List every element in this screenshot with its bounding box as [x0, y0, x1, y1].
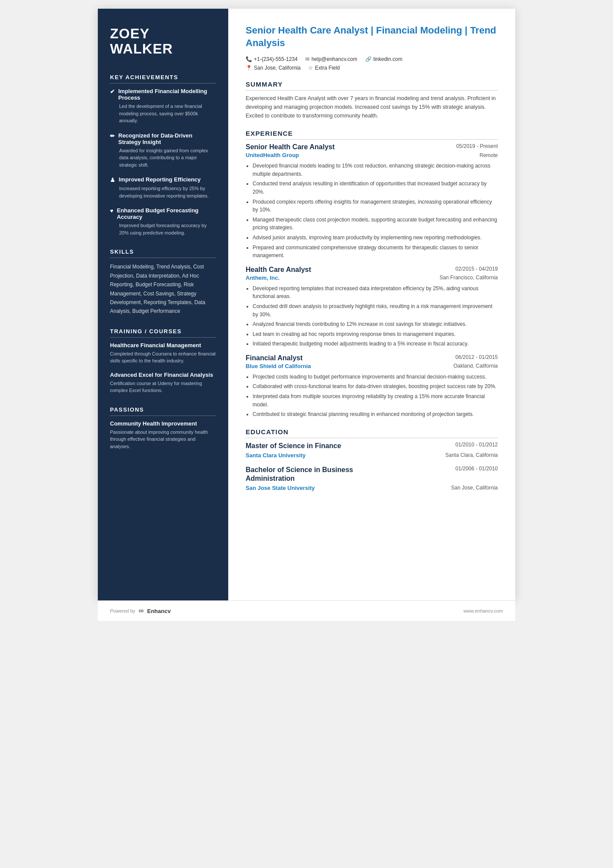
training-item: Healthcare Financial Management Complete…: [110, 342, 216, 365]
footer-website: www.enhancv.com: [463, 608, 503, 613]
passions-section-title: PASSIONS: [110, 406, 216, 416]
job-dates-1: 05/2019 - Present: [456, 143, 498, 149]
sidebar: ZOEY WALKER KEY ACHIEVEMENTS ✔ Implement…: [98, 9, 228, 600]
edu-degree-1: Master of Science in Finance: [246, 442, 341, 451]
bullet: Led team in creating ad hoc reports impr…: [253, 330, 498, 338]
bullet: Collaborated with cross-functional teams…: [253, 382, 498, 391]
training-desc-2: Certification course at Udemy for master…: [110, 380, 216, 394]
footer-powered-by: Powered by ∞ Enhancv: [110, 607, 171, 615]
achievement-title-3: Improved Reporting Efficiency: [119, 176, 201, 183]
edu-school-1: Santa Clara University: [246, 452, 306, 459]
contact-linkedin: 🔗 linkedin.com: [365, 56, 403, 62]
job-dates-2: 02/2015 - 04/2019: [456, 266, 498, 272]
location-icon: 📍: [246, 65, 252, 71]
footer-brand: Enhancv: [147, 608, 171, 614]
training-section-title: TRAINING / COURSES: [110, 328, 216, 338]
job-company-1: UnitedHealth Group: [246, 152, 299, 158]
edu-dates-2: 01/2006 - 01/2010: [456, 466, 498, 472]
job-location-3: Oakland, California: [453, 363, 498, 369]
edu-school-2: San Jose State University: [246, 485, 315, 491]
contact-row: 📞 +1-(234)-555-1234 ✉ help@enhancv.com 🔗…: [246, 56, 498, 62]
achievement-desc-3: Increased reporting efficiency by 25% by…: [110, 185, 216, 199]
education-section-title: EDUCATION: [246, 428, 498, 438]
bullet: Produced complex reports offering insigh…: [253, 198, 498, 214]
job-title-3: Financial Analyst: [246, 354, 303, 362]
edu-location-1: Santa Clara, California: [445, 452, 498, 458]
skills-section-title: SKILLS: [110, 248, 216, 258]
achievement-title-2: Recognized for Data-Driven Strategy Insi…: [118, 132, 216, 145]
training-title-1: Healthcare Financial Management: [110, 342, 216, 349]
person-icon: ♟: [110, 177, 115, 183]
passions-list: Community Health Improvement Passionate …: [110, 420, 216, 450]
training-title-2: Advanced Excel for Financial Analysis: [110, 372, 216, 378]
heart-icon: ♥: [110, 208, 113, 214]
job-company-2: Anthem, Inc.: [246, 275, 280, 281]
job-bullets-1: Developed financial models leading to 15…: [246, 162, 498, 260]
candidate-name: ZOEY WALKER: [110, 26, 216, 57]
job-location-1: Remote: [480, 152, 498, 158]
passion-item: Community Health Improvement Passionate …: [110, 420, 216, 450]
edu-location-2: San Jose, California: [451, 485, 498, 491]
achievement-item: ♟ Improved Reporting Efficiency Increase…: [110, 176, 216, 199]
linkedin-icon: 🔗: [365, 56, 372, 62]
edu-item-2: Bachelor of Science in Business Administ…: [246, 466, 498, 492]
achievement-title-1: Implemented Financial Modelling Process: [118, 88, 216, 101]
job-entry-2: Health Care Analyst 02/2015 - 04/2019 An…: [246, 266, 498, 348]
star-icon: ☆: [308, 65, 313, 71]
bullet: Advised junior analysts, improving team …: [253, 234, 498, 242]
contact-location: 📍 San Jose, California: [246, 65, 300, 71]
contact-row-2: 📍 San Jose, California ☆ Extra Field: [246, 65, 498, 71]
bullet: Prepared and communicated comprehensive …: [253, 244, 498, 260]
contact-email: ✉ help@enhancv.com: [305, 56, 357, 62]
bullet: Conducted trend analysis resulting in id…: [253, 180, 498, 196]
job-headline: Senior Health Care Analyst | Financial M…: [246, 24, 498, 49]
bullet: Conducted drill down analysis to proacti…: [253, 302, 498, 318]
job-bullets-2: Developed reporting templates that incre…: [246, 285, 498, 348]
training-item: Advanced Excel for Financial Analysis Ce…: [110, 372, 216, 394]
contact-phone: 📞 +1-(234)-555-1234: [246, 56, 297, 62]
bullet: Analyzed financial trends contributing t…: [253, 320, 498, 328]
experience-section-title: EXPERIENCE: [246, 130, 498, 140]
skills-text: Financial Modeling, Trend Analysis, Cost…: [110, 262, 216, 315]
achievement-title-4: Enhanced Budget Forecasting Accuracy: [117, 207, 216, 220]
job-company-3: Blue Shield of California: [246, 363, 311, 369]
achievement-desc-2: Awarded for insights gained from complex…: [110, 147, 216, 169]
achievement-desc-1: Led the development of a new financial m…: [110, 103, 216, 124]
check-icon: ✔: [110, 88, 115, 95]
edu-degree-2: Bachelor of Science in Business Administ…: [246, 466, 397, 484]
edu-dates-1: 01/2010 - 01/2012: [456, 442, 498, 448]
achievement-item: ✏ Recognized for Data-Driven Strategy In…: [110, 132, 216, 169]
main-content: Senior Health Care Analyst | Financial M…: [228, 9, 515, 600]
email-icon: ✉: [305, 56, 310, 62]
achievements-section-title: KEY ACHIEVEMENTS: [110, 74, 216, 84]
summary-text: Experienced Health Care Analyst with ove…: [246, 94, 498, 120]
job-entry-3: Financial Analyst 06/2012 - 01/2015 Blue…: [246, 354, 498, 419]
job-entry-1: Senior Health Care Analyst 05/2019 - Pre…: [246, 143, 498, 260]
bullet: Developed reporting templates that incre…: [253, 285, 498, 301]
summary-section-title: SUMMARY: [246, 80, 498, 90]
contact-extra: ☆ Extra Field: [308, 65, 340, 71]
achievement-item: ♥ Enhanced Budget Forecasting Accuracy I…: [110, 207, 216, 236]
job-dates-3: 06/2012 - 01/2015: [456, 354, 498, 360]
phone-icon: 📞: [246, 56, 252, 62]
achievement-desc-4: Improved budget forecasting accuracy by …: [110, 222, 216, 236]
job-bullets-3: Projected costs leading to budget perfor…: [246, 373, 498, 419]
job-location-2: San Francisco, California: [440, 275, 498, 281]
achievement-item: ✔ Implemented Financial Modelling Proces…: [110, 88, 216, 124]
bullet: Contributed to strategic financial plann…: [253, 410, 498, 419]
achievements-list: ✔ Implemented Financial Modelling Proces…: [110, 88, 216, 236]
passion-title-1: Community Health Improvement: [110, 420, 216, 427]
bullet: Projected costs leading to budget perfor…: [253, 373, 498, 381]
bullet: Initiated therapeutic budgeting model ad…: [253, 340, 498, 348]
passion-desc-1: Passionate about improving community hea…: [110, 429, 216, 450]
edu-item-1: Master of Science in Finance 01/2010 - 0…: [246, 442, 498, 459]
training-desc-1: Completed through Coursera to enhance fi…: [110, 350, 216, 365]
job-title-2: Health Care Analyst: [246, 266, 311, 274]
bullet: Interpreted data from multiple sources i…: [253, 392, 498, 409]
training-list: Healthcare Financial Management Complete…: [110, 342, 216, 394]
job-title-1: Senior Health Care Analyst: [246, 143, 335, 151]
enhancv-logo-icon: ∞: [139, 607, 143, 615]
bullet: Developed financial models leading to 15…: [253, 162, 498, 178]
bullet: Managed therapeutic class cost projectio…: [253, 216, 498, 232]
pencil-icon: ✏: [110, 133, 115, 139]
